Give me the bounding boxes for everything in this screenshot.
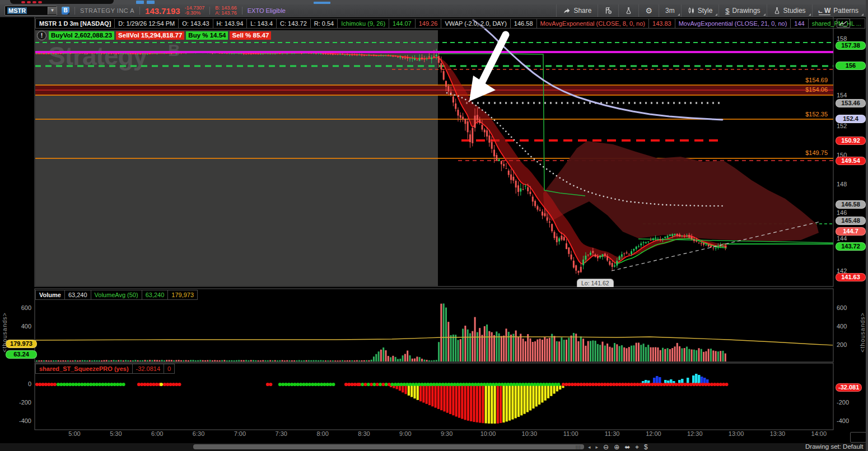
volume-axis-tick: 600 (837, 304, 847, 311)
decor (147, 1, 155, 4)
squeeze-header-label[interactable]: -32.0814 (133, 364, 164, 374)
time-axis-label: 13:00 (729, 430, 744, 437)
squeeze-header-label[interactable]: shared_ST_SqueezePRO (yes) (35, 364, 133, 374)
squeeze-pane-graphics (35, 374, 729, 424)
price-chart-canvas[interactable]: StrategyB (0, 17, 868, 443)
price-level-label: $149.75 (744, 149, 828, 156)
volume-header-label[interactable]: 63,240 (142, 290, 169, 300)
price-axis-bubble: 157.38 (836, 41, 866, 50)
volume-header-label[interactable]: Volume (35, 290, 65, 300)
time-axis-label: 10:30 (522, 430, 538, 437)
study-label[interactable]: VWAP (-2.0, 2.0, DAY) (441, 18, 510, 29)
exto-eligible-label: EXTO Eligible (248, 7, 286, 14)
button-label: Share (573, 7, 591, 15)
study-label[interactable]: MSTR 1 D 3m [NASDAQ] (35, 18, 115, 29)
study-label[interactable]: 144.07 (389, 18, 416, 29)
chart-toolbar-buttons: Share⚙3mStyle$DrawingsStudies⨽ WPatterns (556, 4, 865, 17)
volume-axis-bubble: 179.973 (6, 340, 37, 348)
ticker-dot (38, 1, 42, 3)
settings-button[interactable]: ⚙ (638, 4, 659, 17)
study-label[interactable]: MovAvgExponential (CLOSE, 21, 0, no) (675, 18, 791, 29)
patterns-button[interactable]: ⨽ WPatterns (812, 4, 865, 17)
dollar-axis-icon[interactable]: $ (644, 443, 648, 451)
last-price: 143.7193 (145, 6, 180, 16)
dropdown-corner-icon (763, 13, 766, 16)
batch-badge[interactable]: B (62, 7, 69, 15)
quick-study-button[interactable] (618, 4, 638, 17)
volume-axis-tick: 400 (837, 323, 847, 330)
symbol-text[interactable]: MSTR (7, 7, 27, 14)
studies-button[interactable]: Studies (767, 4, 812, 17)
squeeze-header-label[interactable]: 0 (164, 364, 175, 374)
ticker-dot (32, 1, 36, 3)
price-axis-bubble: 156 (836, 62, 866, 70)
squeeze-axis-tick: -200 (0, 399, 31, 406)
time-axis-label: 8:30 (358, 430, 370, 437)
time-axis-label: 12:30 (687, 430, 703, 437)
price-level-label: $152.35 (744, 111, 828, 118)
bottom-status-bar: ||| ◂▸⊖⊕⬌⌖$ Drawing set: Default (0, 443, 868, 451)
button-label: 3m (665, 7, 675, 15)
separator (209, 7, 210, 15)
decor (136, 1, 144, 4)
timeframe-button[interactable]: 3m (659, 4, 681, 17)
style-button[interactable]: Style (681, 4, 719, 17)
button-label: Patterns (833, 7, 858, 15)
study-label[interactable]: C: 143.72 (277, 18, 311, 29)
volume-header-label[interactable]: 179,973 (168, 290, 198, 300)
time-axis-label: 11:00 (563, 430, 578, 437)
study-label[interactable]: D: 1/29/26 12:54 PM (115, 18, 179, 29)
volume-header-label[interactable]: 63,240 (65, 290, 91, 300)
gear-icon: ⚙ (645, 6, 652, 15)
volume-axis-units: <thousands> (1, 312, 8, 353)
crosshair-icon[interactable]: ⌖ (635, 443, 639, 451)
study-label[interactable]: Ichimoku (9, 26) (338, 18, 389, 29)
volume-stat-badge: SellVol 15,294,818.77 (116, 31, 184, 40)
share-button[interactable]: Share (556, 4, 598, 17)
timeline-settings-button[interactable] (850, 432, 866, 443)
chart-area[interactable]: StrategyBMSTR 1 D 3m [NASDAQ]D: 1/29/26 … (0, 17, 868, 443)
price-axis-bubble: 145.48 (836, 217, 866, 225)
drawing-set-label[interactable]: Drawing set: Default (805, 443, 864, 450)
background-ticker (10, 0, 114, 4)
time-axis-label: 12:00 (646, 430, 661, 437)
study-label[interactable]: MovAvgExponential (CLOSE, 8, 0, no) (537, 18, 650, 29)
low-price-tooltip: Lo: 141.62 (577, 279, 614, 287)
study-label[interactable]: 143.83 (649, 18, 675, 29)
expand-horizontal-icon[interactable]: ⬌ (624, 443, 630, 451)
study-header-row: MSTR 1 D 3m [NASDAQ]D: 1/29/26 12:54 PMO… (35, 18, 865, 29)
zoom-out-icon[interactable]: ⊖ (603, 443, 609, 451)
time-axis-label: 10:00 (480, 430, 496, 437)
symbol-input[interactable]: MSTR ▼ (4, 6, 57, 16)
scroll-left-icon[interactable]: ◂ (588, 444, 591, 450)
report-button[interactable] (598, 4, 618, 17)
arrow-annotation[interactable] (482, 35, 506, 82)
volume-header-label[interactable]: VolumeAvg (50) (91, 290, 142, 300)
time-axis-label: 6:30 (193, 430, 204, 437)
scroll-right-icon[interactable]: ▸ (596, 444, 599, 450)
symbol-dropdown-arrow[interactable]: ▼ (48, 7, 57, 15)
study-label[interactable]: 149.26 (416, 18, 442, 29)
study-label[interactable]: 146.58 (511, 18, 537, 29)
study-label[interactable]: L: 143.4 (247, 18, 277, 29)
squeeze-axis-tick: 0 (0, 380, 31, 387)
time-axis-label: 5:30 (110, 430, 122, 437)
price-level-label: $154.06 (744, 86, 828, 93)
scrollbar-grip[interactable]: ||| (576, 445, 581, 448)
study-label[interactable]: R: 0.54 (311, 18, 338, 29)
study-label[interactable]: O: 143.43 (179, 18, 213, 29)
price-axis-tick: 152 (837, 123, 847, 129)
drawings-button[interactable]: $Drawings (718, 4, 766, 17)
chart-horizontal-scrollbar[interactable]: ||| (193, 444, 584, 449)
button-label: Style (698, 7, 713, 15)
study-label[interactable]: 144 (791, 18, 808, 29)
flag-icon (604, 7, 612, 15)
zoom-in-icon[interactable]: ⊕ (614, 443, 619, 451)
watermark-bitcoin-glyph: B (168, 41, 180, 59)
volume-header-row: Volume63,240VolumeAvg (50)63,240179,973 (35, 290, 198, 300)
time-axis-label: 14:00 (811, 430, 827, 437)
decor (314, 2, 330, 4)
study-label[interactable]: H: 143.94 (213, 18, 248, 29)
pane-maximize-icon[interactable] (837, 18, 850, 28)
time-axis-label: 11:30 (605, 430, 620, 437)
